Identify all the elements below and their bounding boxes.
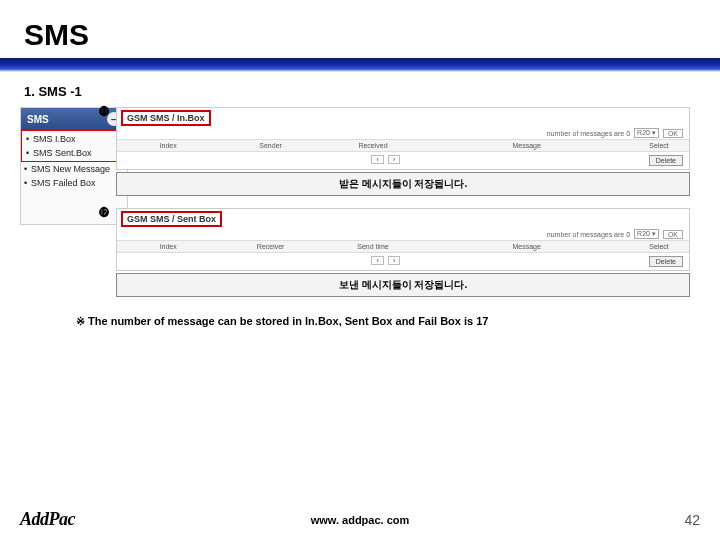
panel-sentbox-title: GSM SMS / Sent Box	[121, 211, 222, 227]
th-receiver: Receiver	[219, 241, 321, 252]
panel-sentbox-group: ⓬ GSM SMS / Sent Box number of messages …	[116, 208, 690, 297]
pager-prev[interactable]: ‹	[371, 155, 383, 164]
pager-prev[interactable]: ‹	[371, 256, 383, 265]
table-header-row: Index Receiver Send time Message Select	[117, 241, 689, 253]
th-sender: Sender	[219, 140, 321, 151]
panel-inbox: GSM SMS / In.Box number of messages are …	[116, 107, 690, 170]
panel-inbox-status: number of messages are 0	[547, 130, 630, 137]
footnote-prefix: ※	[76, 315, 85, 327]
title-region: SMS	[0, 0, 720, 72]
footer-url: www. addpac. com	[311, 514, 410, 526]
section-heading: 1. SMS -1	[0, 72, 720, 107]
title-gradient-bar	[0, 58, 720, 72]
panel-sentbox: GSM SMS / Sent Box number of messages ar…	[116, 208, 690, 271]
content-area: SMS − SMS I.Box SMS Sent.Box SMS New Mes…	[0, 107, 720, 328]
delete-button[interactable]: Delete	[649, 155, 683, 166]
panel-inbox-table: Index Sender Received Message Select ‹ ›…	[117, 139, 689, 169]
th-received: Received	[322, 140, 424, 151]
sms-sidebar-title: SMS	[27, 114, 49, 125]
panel-sentbox-range[interactable]: R20 ▾	[634, 229, 659, 239]
sidebar-item-failed-box[interactable]: SMS Failed Box	[21, 176, 127, 190]
pager-next[interactable]: ›	[388, 155, 400, 164]
panel-sentbox-status: number of messages are 0	[547, 231, 630, 238]
panel-sentbox-annotation: 보낸 메시지들이 저장됩니다.	[116, 273, 690, 297]
sidebar-item-inbox[interactable]: SMS I.Box	[23, 132, 125, 146]
th-index: Index	[117, 140, 219, 151]
delete-button[interactable]: Delete	[649, 256, 683, 267]
panel-inbox-group: ⓫ GSM SMS / In.Box number of messages ar…	[116, 107, 690, 196]
panel-inbox-ok[interactable]: OK	[663, 129, 683, 138]
callout-badge-1: ⓫	[96, 103, 112, 119]
th-message: Message	[424, 241, 629, 252]
sms-sidebar-highlighted: SMS I.Box SMS Sent.Box	[21, 130, 127, 162]
table-header-row: Index Sender Received Message Select	[117, 140, 689, 152]
panel-inbox-status-row: number of messages are 0 R20 ▾ OK	[117, 126, 689, 139]
th-select: Select	[629, 140, 689, 151]
panel-inbox-annotation: 받은 메시지들이 저장됩니다.	[116, 172, 690, 196]
panel-inbox-range[interactable]: R20 ▾	[634, 128, 659, 138]
page-number: 42	[684, 512, 700, 528]
callout-badge-2: ⓬	[96, 204, 112, 220]
footnote: ※ The number of message can be stored in…	[30, 297, 690, 328]
panels-column: ⓫ GSM SMS / In.Box number of messages ar…	[116, 107, 690, 297]
th-select: Select	[629, 241, 689, 252]
footer: AddPac www. addpac. com 42	[0, 509, 720, 530]
left-column: SMS − SMS I.Box SMS Sent.Box SMS New Mes…	[30, 107, 110, 297]
th-sendtime: Send time	[322, 241, 424, 252]
th-index: Index	[117, 241, 219, 252]
slide-title: SMS	[0, 0, 720, 52]
panel-sentbox-status-row: number of messages are 0 R20 ▾ OK	[117, 227, 689, 240]
table-footer-row: ‹ › Delete	[117, 152, 689, 169]
pager-next[interactable]: ›	[388, 256, 400, 265]
sidebar-item-sentbox[interactable]: SMS Sent.Box	[23, 146, 125, 160]
panel-inbox-title: GSM SMS / In.Box	[121, 110, 211, 126]
table-footer-row: ‹ › Delete	[117, 253, 689, 270]
logo: AddPac	[20, 509, 75, 530]
panel-sentbox-ok[interactable]: OK	[663, 230, 683, 239]
footnote-text: The number of message can be stored in I…	[88, 315, 488, 327]
th-message: Message	[424, 140, 629, 151]
panel-sentbox-table: Index Receiver Send time Message Select …	[117, 240, 689, 270]
sidebar-item-new-message[interactable]: SMS New Message	[21, 162, 127, 176]
